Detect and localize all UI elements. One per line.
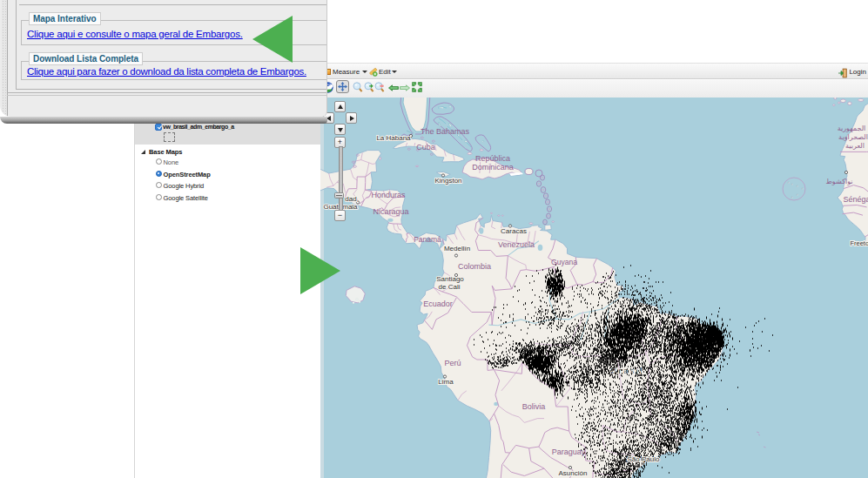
svg-text:Panamá: Panamá xyxy=(414,235,441,244)
svg-text:الجمهورية: الجمهورية xyxy=(838,125,866,132)
svg-text:Guyana: Guyana xyxy=(551,258,577,266)
svg-text:São Paulo: São Paulo xyxy=(628,455,660,463)
svg-text:Sénégal: Sénégal xyxy=(843,195,868,204)
svg-text:Cuba: Cuba xyxy=(416,143,435,151)
svg-text:Perú: Perú xyxy=(444,359,461,367)
svg-text:Freetow: Freetow xyxy=(850,239,868,247)
svg-text:Santiago: Santiago xyxy=(436,275,464,283)
svg-text:Paraguay: Paraguay xyxy=(552,448,586,456)
svg-text:República: República xyxy=(475,154,510,163)
svg-text:Brasil: Brasil xyxy=(611,367,644,375)
svg-text:La Habana: La Habana xyxy=(376,134,411,142)
svg-text:Dominicana: Dominicana xyxy=(472,163,514,172)
svg-text:Lima: Lima xyxy=(438,378,454,386)
svg-text:Honduras: Honduras xyxy=(371,191,406,199)
svg-text:Bolivia: Bolivia xyxy=(522,402,546,411)
svg-text:Caracas: Caracas xyxy=(501,227,527,235)
svg-text:Nicaragua: Nicaragua xyxy=(373,207,408,216)
svg-text:Kingston: Kingston xyxy=(434,177,461,185)
svg-text:نواكشوط: نواكشوط xyxy=(825,178,852,185)
svg-text:Ecuador: Ecuador xyxy=(423,300,453,308)
svg-text:الصحراوية: الصحراوية xyxy=(838,133,868,141)
svg-text:The Bahamas: The Bahamas xyxy=(421,127,470,136)
svg-text:Medellín: Medellín xyxy=(444,245,470,252)
svg-text:de Cali: de Cali xyxy=(439,283,461,291)
svg-text:Colombia: Colombia xyxy=(458,262,491,271)
svg-text:Venezuela: Venezuela xyxy=(498,240,535,249)
svg-text:العربية: العربية xyxy=(845,142,865,150)
svg-text:Asunción: Asunción xyxy=(559,469,588,477)
